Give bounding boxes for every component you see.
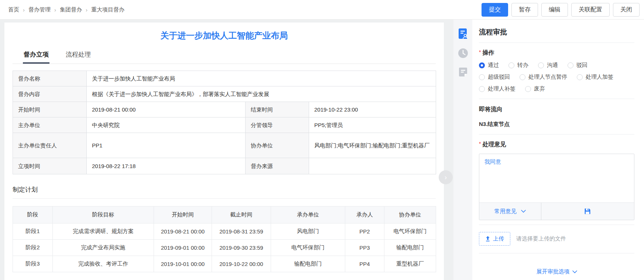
radio-option-处理人加签[interactable]: 处理人加签: [577, 74, 613, 81]
save-opinion-button[interactable]: [541, 203, 634, 220]
field-value: PP1: [87, 133, 246, 158]
breadcrumb-item[interactable]: 督办管理: [28, 6, 51, 13]
plan-column-header: 承办单位: [271, 206, 345, 223]
radio-unselected-icon: [525, 86, 531, 92]
field-label: 开始时间: [13, 102, 87, 117]
upload-hint: 请选择要上传的文件: [516, 235, 566, 242]
radio-option-超级驳回[interactable]: 超级驳回: [479, 74, 510, 81]
required-mark: *: [479, 49, 481, 55]
radio-option-废弃[interactable]: 废弃: [525, 85, 545, 92]
opinion-note-icon[interactable]: [458, 67, 468, 77]
plan-column-header: 承办人: [345, 206, 384, 223]
radio-option-label: 处理人补签: [488, 85, 515, 92]
plan-cell: 完成需求调研、规划方案: [53, 223, 154, 240]
field-label: 协办单位: [246, 133, 309, 158]
plan-cell: 输配电部门: [384, 240, 436, 256]
radio-unselected-icon: [479, 74, 485, 80]
field-label: 分管领导: [246, 117, 309, 133]
opinion-textarea[interactable]: 我同意: [479, 154, 634, 202]
plan-column-header: 阶段: [13, 206, 53, 223]
plan-table-row: 阶段1完成需求调研、规划方案2019-08-21 00:002019-08-31…: [13, 223, 436, 240]
radio-unselected-icon: [508, 62, 514, 68]
plan-cell: 阶段2: [13, 240, 53, 256]
radio-unselected-icon: [577, 74, 583, 80]
field-label: 主办单位责任人: [13, 133, 87, 158]
related-config-button[interactable]: 关联配置: [571, 3, 610, 17]
plan-column-header: 开始时间: [154, 206, 212, 223]
radio-option-label: 处理人节点暂停: [528, 74, 567, 81]
radio-row: 超级驳回处理人节点暂停处理人加签: [479, 74, 634, 81]
upload-button[interactable]: 上传: [479, 232, 510, 246]
radio-option-转办[interactable]: 转办: [508, 62, 528, 69]
breadcrumb-item[interactable]: 重大项目督办: [91, 6, 124, 13]
approval-panel: 流程审批 *操作 通过转办沟通驳回超级驳回处理人节点暂停处理人加签处理人补签废弃…: [472, 20, 644, 280]
radio-option-label: 废弃: [534, 85, 545, 92]
submit-button[interactable]: 提交: [482, 3, 508, 17]
top-bar: 首页›督办管理›集团督办›重大项目督办 提交暂存编辑关联配置关闭: [0, 0, 644, 20]
tab-supervise-setup[interactable]: 督办立项: [23, 48, 49, 64]
plan-cell: 2019-08-21 00:00: [154, 223, 212, 240]
plan-cell: 2019-09-01 00:00: [154, 240, 212, 256]
opinion-footer: 常用意见: [479, 202, 634, 220]
radio-row: 处理人补签废弃: [479, 85, 634, 92]
next-flow-value: N3.结束节点: [479, 121, 634, 128]
tab-process-handling[interactable]: 流程处理: [65, 48, 92, 64]
radio-unselected-icon: [538, 62, 544, 68]
next-flow-label: 即将流向: [479, 106, 634, 113]
plan-body: 阶段1完成需求调研、规划方案2019-08-21 00:002019-08-31…: [13, 223, 436, 272]
radio-option-label: 驳回: [576, 62, 588, 69]
plan-column-header: 协办单位: [384, 206, 436, 223]
toolbar: 提交暂存编辑关联配置关闭: [482, 3, 640, 17]
radio-option-驳回[interactable]: 驳回: [568, 62, 588, 69]
common-opinions-dropdown[interactable]: 常用意见: [479, 203, 541, 220]
plan-cell: 风电部门: [271, 223, 345, 240]
field-value: 根据《关于进一步加快人工智能产业布局》，部署落实人工智能产业发展: [87, 86, 436, 102]
breadcrumb-item[interactable]: 集团督办: [60, 6, 82, 13]
field-value: 中央研究院: [87, 117, 246, 133]
radio-option-处理人节点暂停[interactable]: 处理人节点暂停: [520, 74, 567, 81]
plan-cell: 重型机器厂: [384, 256, 436, 272]
opinion-box: 我同意 常用意见: [479, 154, 634, 220]
expand-approval-options-link[interactable]: 展开审批选项: [479, 268, 634, 275]
radio-option-处理人补签[interactable]: 处理人补签: [479, 85, 515, 92]
field-label: 督办内容: [13, 86, 87, 102]
radio-option-通过[interactable]: 通过: [479, 62, 499, 69]
breadcrumb-separator: ›: [86, 7, 88, 13]
history-clock-icon[interactable]: [458, 48, 469, 59]
radio-option-label: 处理人加签: [586, 74, 613, 81]
plan-table-row: 阶段2完成产业布局实施2019-09-01 00:002019-09-30 23…: [13, 240, 436, 256]
plan-cell: 完成验收、考评工作: [53, 256, 154, 272]
breadcrumb-item[interactable]: 首页: [8, 6, 19, 13]
breadcrumb: 首页›督办管理›集团督办›重大项目督办: [8, 6, 124, 13]
section-divider: [479, 134, 634, 134]
field-value: 关于进一步加快人工智能产业布局: [87, 71, 436, 86]
field-label: 督办来源: [246, 158, 309, 174]
collapse-panel-handle[interactable]: ›: [439, 170, 453, 184]
plan-cell: 完成产业布局实施: [53, 240, 154, 256]
radio-option-label: 转办: [517, 62, 528, 69]
plan-cell: 输配电部门: [271, 256, 345, 272]
tab-bar: 督办立项 流程处理: [13, 48, 436, 64]
close-button[interactable]: 关闭: [613, 3, 640, 17]
field-label: 主办单位: [13, 117, 87, 133]
save-draft-button[interactable]: 暂存: [511, 3, 538, 17]
radio-unselected-icon: [520, 74, 525, 80]
radio-option-沟通[interactable]: 沟通: [538, 62, 558, 69]
field-value: [309, 158, 436, 174]
edit-button[interactable]: 编辑: [541, 3, 568, 17]
chevron-down-icon: [572, 270, 577, 273]
field-value: 风电部门;电气环保部门;输配电部门;重型机器厂: [309, 133, 436, 158]
operation-label: *操作: [479, 49, 634, 57]
plan-column-header: 阶段目标: [53, 206, 154, 223]
chevron-right-icon: ›: [445, 174, 447, 181]
approval-flow-icon[interactable]: [457, 28, 469, 40]
chevron-down-icon: [521, 210, 526, 213]
plan-column-header: 截止时间: [212, 206, 271, 223]
plan-cell: 2019-09-30 23:59: [212, 240, 271, 256]
page-title: 关于进一步加快人工智能产业布局: [13, 30, 436, 41]
plan-table-row: 阶段3完成验收、考评工作2019-10-01 00:002019-10-22 0…: [13, 256, 436, 272]
section-divider: [479, 253, 634, 253]
field-value: 2019-08-22 17:18: [87, 158, 246, 174]
field-label: 结束时间: [246, 102, 309, 117]
radio-option-label: 沟通: [547, 62, 558, 69]
